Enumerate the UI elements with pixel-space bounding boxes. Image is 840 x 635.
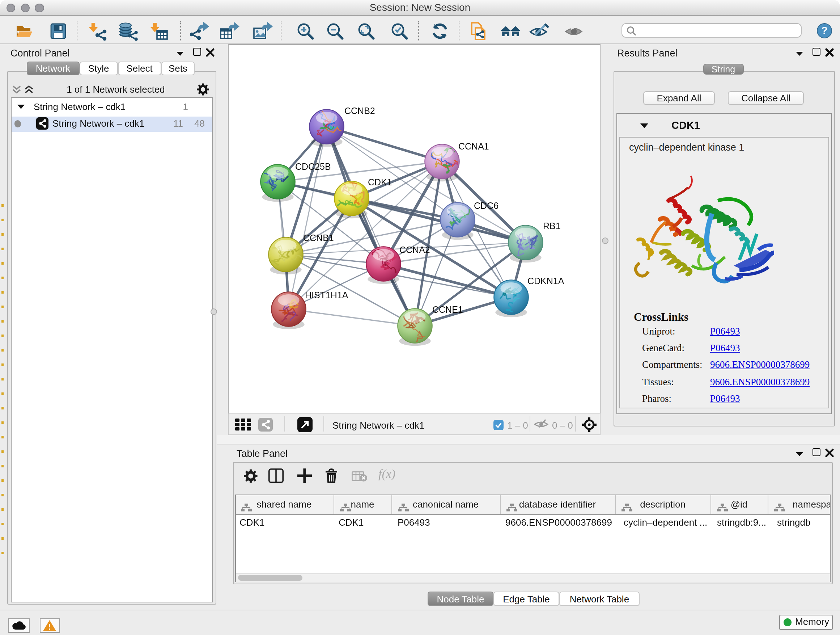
- svg-text:CCNB2: CCNB2: [344, 106, 375, 116]
- svg-text:CDK1: CDK1: [368, 177, 392, 187]
- svg-text:CDKN1A: CDKN1A: [527, 276, 564, 286]
- svg-text:RB1: RB1: [543, 221, 561, 231]
- svg-text:CCNA2: CCNA2: [399, 245, 430, 255]
- svg-text:HIST1H1A: HIST1H1A: [305, 290, 348, 300]
- svg-text:CCNE1: CCNE1: [432, 304, 463, 315]
- svg-text:CDC6: CDC6: [474, 201, 499, 211]
- svg-text:CCNB1: CCNB1: [303, 233, 334, 243]
- svg-text:CCNA1: CCNA1: [458, 141, 489, 151]
- svg-text:CDC25B: CDC25B: [295, 162, 331, 172]
